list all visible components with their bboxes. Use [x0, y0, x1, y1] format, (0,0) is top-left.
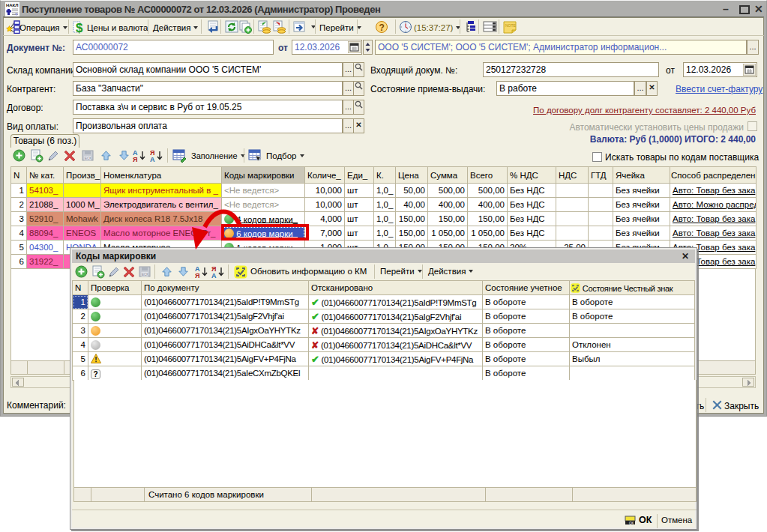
svg-text:ECK: ECK [85, 157, 91, 160]
svg-text:Я: Я [195, 272, 199, 279]
svg-text:?: ? [379, 22, 385, 33]
svg-text:А: А [211, 272, 217, 279]
svg-text:Я: Я [133, 156, 137, 163]
svg-text:ECK: ECK [142, 273, 148, 276]
svg-text:NOTE: NOTE [505, 23, 517, 28]
svg-text:НАКЛ: НАКЛ [6, 3, 18, 7]
svg-text:OK: OK [629, 522, 634, 525]
svg-text:$: $ [76, 21, 83, 34]
svg-text:А: А [150, 156, 155, 163]
